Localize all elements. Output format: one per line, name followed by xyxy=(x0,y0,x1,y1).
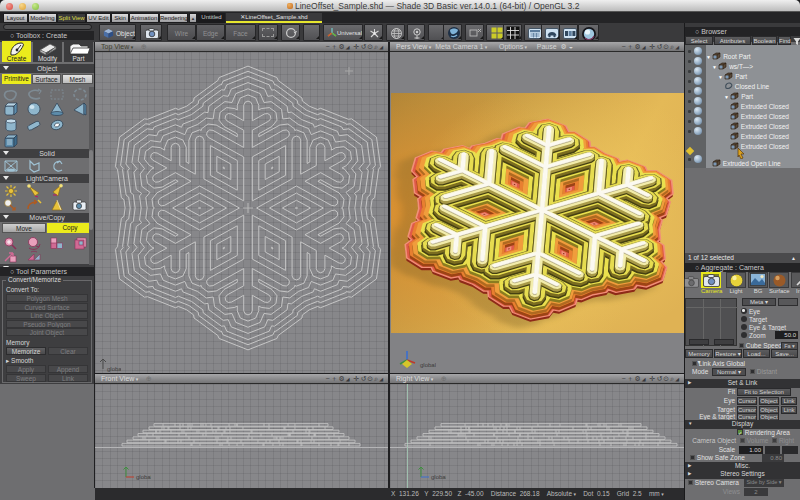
svg-text:global: global xyxy=(420,362,436,368)
svg-text:global: global xyxy=(107,366,121,372)
svg-text:global: global xyxy=(136,474,151,480)
svg-text:global: global xyxy=(431,474,446,480)
